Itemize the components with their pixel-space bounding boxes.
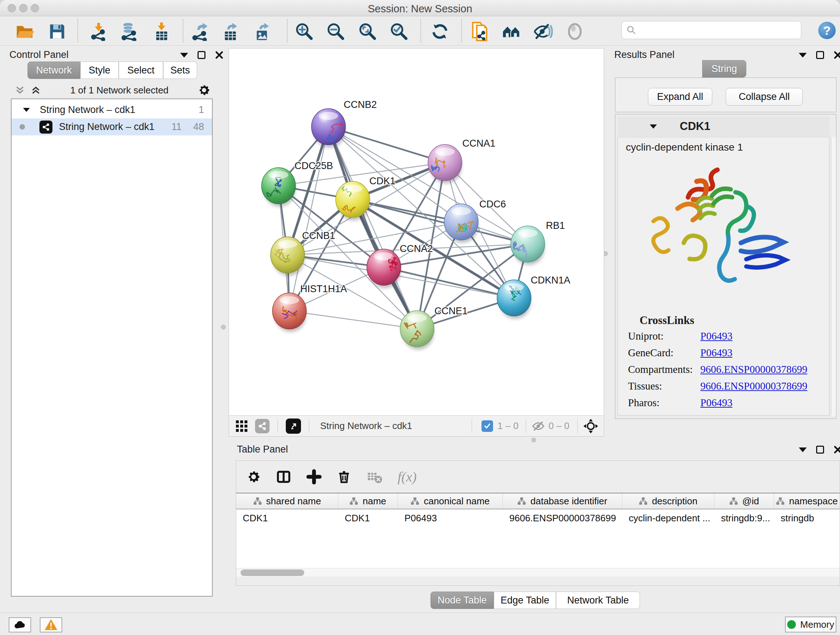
home-network-icon[interactable] — [501, 21, 522, 42]
tab-network-table[interactable]: Network Table — [556, 592, 640, 609]
crosslink-label: GeneCard: — [628, 347, 700, 359]
export-network-icon[interactable] — [190, 21, 210, 42]
inactive-eye-icon[interactable] — [565, 21, 585, 42]
close-panel-icon[interactable] — [834, 445, 840, 454]
network-tree: String Network – cdk1 1 String Network –… — [11, 98, 213, 597]
toolbar-separator — [183, 19, 183, 42]
column-header[interactable]: shared name — [236, 494, 338, 509]
tree-expand-icon[interactable] — [23, 108, 30, 112]
tab-network[interactable]: Network — [27, 62, 80, 79]
delete-column-icon[interactable] — [337, 470, 351, 484]
table-horizontal-scrollbar[interactable] — [236, 568, 840, 577]
crosslink-value-link[interactable]: 9606.ENSP00000378699 — [700, 363, 807, 375]
panel-menu-icon[interactable] — [180, 53, 188, 57]
expand-all-button[interactable]: Expand All — [648, 88, 712, 106]
table-type-tabs: Node Table Edge Table Network Table — [431, 592, 640, 609]
column-header[interactable]: @id — [714, 494, 774, 509]
node-label: CDKN1A — [531, 275, 570, 286]
gene-details: cyclin-dependent kinase 1 — [617, 137, 829, 416]
network-graph-canvas[interactable]: CCNB2CCNA1CDC25BCDK1CDC6RB1CCNB1CCNA2CDK… — [229, 49, 604, 415]
gene-name: CDK1 — [680, 120, 710, 133]
show-grid-icon[interactable] — [235, 419, 248, 433]
float-panel-icon[interactable] — [816, 51, 824, 59]
import-string-network-icon[interactable] — [470, 21, 490, 42]
crosslinks-title: CrossLinks — [639, 314, 694, 327]
import-table-icon[interactable] — [152, 21, 172, 42]
open-in-window-icon[interactable] — [286, 418, 301, 434]
crosslink-value-link[interactable]: P06493 — [700, 330, 733, 342]
add-column-icon[interactable] — [306, 469, 322, 485]
open-session-icon[interactable] — [14, 21, 35, 42]
gene-header[interactable]: CDK1 — [617, 117, 829, 136]
selected-counts: 1 – 0 — [497, 420, 518, 432]
zoom-in-icon[interactable] — [294, 21, 314, 42]
search-input[interactable] — [640, 25, 792, 36]
selected-checkbox-icon[interactable] — [482, 420, 493, 432]
network-collection-row[interactable]: String Network – cdk1 1 — [11, 101, 212, 119]
column-header[interactable]: description — [622, 494, 714, 509]
delete-table-icon-disabled — [366, 469, 382, 485]
node-label: RB1 — [546, 220, 565, 231]
control-panel-title: Control Panel — [9, 49, 69, 60]
node-label: HIST1H1A — [300, 283, 347, 295]
crosslink-value-link[interactable]: P06493 — [700, 347, 733, 359]
update-network-icon[interactable] — [430, 21, 450, 42]
memory-button[interactable]: Memory — [785, 616, 836, 632]
toolbar-separator — [77, 19, 78, 42]
expand-all-tree-icon[interactable] — [30, 85, 41, 96]
panel-menu-icon[interactable] — [799, 53, 807, 57]
network-row-selected[interactable]: String Network – cdk1 11 48 — [11, 119, 212, 135]
float-panel-icon[interactable] — [197, 51, 205, 59]
export-image-icon[interactable] — [253, 21, 273, 42]
cloud-status-button[interactable] — [9, 617, 31, 632]
column-header[interactable]: database identifier — [503, 494, 622, 509]
panel-menu-icon[interactable] — [799, 448, 807, 452]
left-splitter-handle[interactable] — [221, 325, 226, 329]
crosslink-value-link[interactable]: 9606.ENSP00000378699 — [700, 380, 807, 392]
tab-sets[interactable]: Sets — [163, 62, 197, 79]
float-panel-icon[interactable] — [816, 446, 824, 454]
tab-style[interactable]: Style — [80, 62, 118, 79]
table-row[interactable]: CDK1 CDK1 P06493 9606.ENSP00000378699 cy… — [236, 510, 840, 526]
tab-select[interactable]: Select — [118, 62, 163, 79]
birds-eye-view-icon[interactable] — [583, 418, 599, 434]
export-table-icon[interactable] — [221, 21, 241, 42]
import-network-file-icon[interactable] — [88, 21, 109, 42]
crosslink-value-link[interactable]: P06493 — [700, 397, 733, 409]
network-view-panel[interactable]: CCNB2CCNA1CDC25BCDK1CDC6RB1CCNB1CCNA2CDK… — [229, 48, 604, 437]
show-columns-icon[interactable] — [276, 469, 291, 485]
bottom-splitter-handle[interactable] — [531, 438, 536, 442]
zoom-fit-icon[interactable] — [357, 21, 378, 42]
control-panel: Control Panel Network Style Select Sets … — [4, 47, 218, 601]
toolbar-separator — [420, 19, 421, 42]
warning-icon — [44, 618, 58, 632]
collapse-gene-icon[interactable] — [650, 124, 657, 128]
column-header[interactable]: name — [338, 494, 398, 509]
network-thumbnail-icon[interactable] — [255, 419, 270, 433]
close-panel-icon[interactable] — [834, 51, 840, 59]
table-options-gear-icon[interactable] — [246, 470, 261, 484]
tab-string[interactable]: String — [702, 60, 746, 78]
show-hide-graphics-icon[interactable] — [533, 21, 553, 42]
warnings-button[interactable] — [40, 617, 62, 632]
toolbar-separator — [461, 19, 462, 42]
tab-edge-table[interactable]: Edge Table — [494, 592, 556, 609]
network-options-gear-icon[interactable] — [197, 84, 210, 97]
table-header: shared name name canonical name database… — [236, 494, 840, 509]
help-icon[interactable]: ? — [818, 22, 836, 39]
import-network-database-icon[interactable] — [118, 21, 139, 42]
save-session-icon[interactable] — [47, 21, 67, 42]
zoom-out-icon[interactable] — [325, 21, 346, 42]
network-node-count: 11 — [172, 121, 182, 133]
main-toolbar: ? — [0, 16, 840, 46]
close-panel-icon[interactable] — [215, 51, 224, 59]
zoom-selected-icon[interactable] — [389, 21, 409, 42]
tab-node-table[interactable]: Node Table — [431, 592, 494, 609]
results-scrollbar[interactable] — [831, 137, 836, 416]
scrollbar-thumb[interactable] — [240, 570, 304, 576]
collapse-all-button[interactable]: Collapse All — [726, 88, 803, 106]
collapse-all-tree-icon[interactable] — [14, 85, 25, 96]
crosslink-label: Tissues: — [628, 380, 700, 392]
column-header[interactable]: namespace — [774, 494, 840, 509]
column-header[interactable]: canonical name — [398, 494, 503, 509]
